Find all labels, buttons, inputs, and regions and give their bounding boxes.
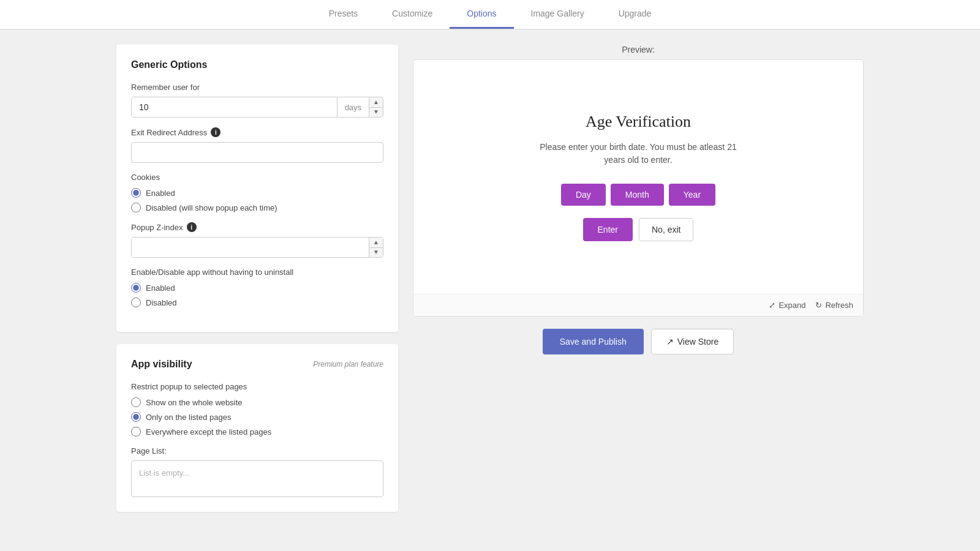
nav-tabs: Presets Customize Options Image Gallery …: [312, 0, 669, 29]
left-panel: Generic Options Remember user for 10 day…: [116, 45, 398, 512]
tab-presets[interactable]: Presets: [312, 0, 375, 29]
restrict-label: Restrict popup to selected pages: [131, 382, 383, 391]
preview-title: Age Verification: [586, 113, 691, 131]
app-disabled-label: Disabled: [146, 298, 177, 307]
day-button[interactable]: Day: [561, 184, 606, 206]
remember-input-group: 10 days ▲ ▼: [131, 97, 383, 118]
premium-badge: Premium plan feature: [313, 360, 383, 369]
app-enabled-label: Enabled: [146, 283, 175, 293]
tab-options[interactable]: Options: [450, 0, 513, 29]
preview-body: Age Verification Please enter your birth…: [413, 60, 863, 294]
listed-pages-label: Only on the listed pages: [146, 413, 231, 422]
show-whole-website-radio[interactable]: Show on the whole website: [131, 397, 383, 407]
app-disabled-radio[interactable]: Disabled: [131, 298, 383, 307]
tab-upgrade[interactable]: Upgrade: [601, 0, 669, 29]
action-buttons: Save and Publish ↗ View Store: [413, 329, 864, 354]
no-exit-button[interactable]: No, exit: [639, 218, 693, 241]
zindex-input-group: 999999999 ▲ ▼: [131, 237, 383, 258]
expand-button[interactable]: ⤢ Expand: [769, 301, 805, 310]
remember-suffix: days: [337, 97, 369, 117]
page-list-label: Page List:: [131, 446, 383, 455]
external-link-icon: ↗: [666, 337, 674, 347]
enter-button[interactable]: Enter: [583, 218, 633, 241]
remember-label: Remember user for: [131, 83, 383, 92]
expand-label: Expand: [778, 301, 805, 310]
exit-redirect-info-icon: i: [211, 127, 221, 137]
remember-increment[interactable]: ▲: [369, 97, 383, 108]
visibility-radio-group: Show on the whole website Only on the li…: [131, 397, 383, 437]
cookies-disabled-label: Disabled (will show popup each time): [146, 203, 277, 212]
preview-date-buttons: Day Month Year: [561, 184, 715, 206]
top-navigation: Presets Customize Options Image Gallery …: [0, 0, 980, 29]
zindex-spinner: ▲ ▼: [369, 238, 383, 257]
preview-footer: ⤢ Expand ↻ Refresh: [413, 294, 863, 316]
refresh-icon: ↻: [815, 301, 822, 310]
preview-subtitle: Please enter your birth date. You must b…: [534, 141, 742, 167]
enable-disable-radio-group: Enabled Disabled: [131, 283, 383, 307]
app-visibility-header: App visibility Premium plan feature: [131, 359, 383, 370]
remember-spinner: ▲ ▼: [369, 97, 383, 117]
app-visibility-card: App visibility Premium plan feature Rest…: [116, 344, 398, 512]
cookies-radio-group: Enabled Disabled (will show popup each t…: [131, 188, 383, 212]
except-listed-label: Everywhere except the listed pages: [146, 427, 271, 437]
cookies-enabled-label: Enabled: [146, 189, 175, 198]
preview-action-buttons: Enter No, exit: [583, 218, 694, 241]
whole-website-label: Show on the whole website: [146, 398, 243, 407]
remember-decrement[interactable]: ▼: [369, 108, 383, 118]
month-button[interactable]: Month: [611, 184, 664, 206]
preview-label: Preview:: [413, 45, 864, 54]
exit-redirect-label: Exit Redirect Address i: [131, 127, 383, 137]
tab-customize[interactable]: Customize: [375, 0, 450, 29]
refresh-button[interactable]: ↻ Refresh: [815, 301, 853, 310]
cookies-disabled-radio[interactable]: Disabled (will show popup each time): [131, 203, 383, 212]
cookies-enabled-radio[interactable]: Enabled: [131, 188, 383, 198]
year-button[interactable]: Year: [669, 184, 715, 206]
page-list-input[interactable]: List is empty...: [131, 460, 383, 497]
main-content: Generic Options Remember user for 10 day…: [92, 30, 888, 527]
app-visibility-title: App visibility: [131, 359, 192, 370]
zindex-label: Popup Z-index i: [131, 222, 383, 232]
zindex-increment[interactable]: ▲: [369, 238, 383, 248]
preview-container: Age Verification Please enter your birth…: [413, 59, 864, 317]
remember-input[interactable]: 10: [132, 97, 337, 117]
cookies-label: Cookies: [131, 173, 383, 182]
refresh-label: Refresh: [825, 301, 853, 310]
view-store-label: View Store: [677, 337, 718, 347]
enable-disable-label: Enable/Disable app without having to uni…: [131, 268, 383, 277]
generic-options-card: Generic Options Remember user for 10 day…: [116, 45, 398, 332]
expand-icon: ⤢: [769, 301, 775, 310]
zindex-input[interactable]: 999999999: [132, 238, 369, 257]
generic-options-title: Generic Options: [131, 59, 383, 70]
zindex-info-icon: i: [187, 222, 197, 232]
right-panel: Preview: Age Verification Please enter y…: [413, 45, 864, 512]
tab-image-gallery[interactable]: Image Gallery: [514, 0, 601, 29]
view-store-button[interactable]: ↗ View Store: [651, 329, 734, 354]
save-publish-button[interactable]: Save and Publish: [543, 329, 644, 354]
zindex-decrement[interactable]: ▼: [369, 248, 383, 258]
except-listed-pages-radio[interactable]: Everywhere except the listed pages: [131, 427, 383, 437]
exit-redirect-input[interactable]: http://www.google.com: [131, 142, 383, 163]
app-enabled-radio[interactable]: Enabled: [131, 283, 383, 293]
only-listed-pages-radio[interactable]: Only on the listed pages: [131, 412, 383, 422]
